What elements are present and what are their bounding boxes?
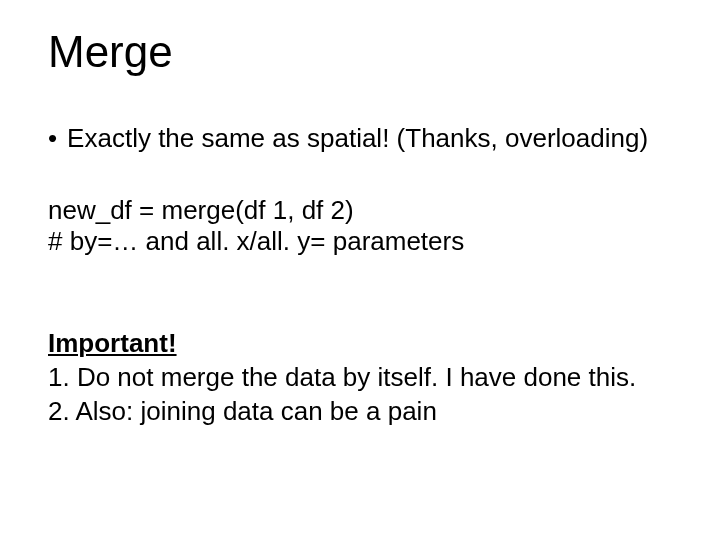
important-line-2: 2. Also: joining data can be a pain — [48, 395, 672, 429]
code-block: new_df = merge(df 1, df 2) # by=… and al… — [48, 195, 672, 257]
slide-title: Merge — [48, 28, 672, 76]
slide: Merge • Exactly the same as spatial! (Th… — [0, 0, 720, 540]
code-line-2: # by=… and all. x/all. y= parameters — [48, 226, 672, 257]
important-label: Important! — [48, 328, 177, 358]
important-block: Important! 1. Do not merge the data by i… — [48, 327, 672, 428]
bullet-dot-icon: • — [48, 122, 57, 155]
bullet-item: • Exactly the same as spatial! (Thanks, … — [48, 122, 672, 155]
important-line-1: 1. Do not merge the data by itself. I ha… — [48, 361, 672, 395]
bullet-text: Exactly the same as spatial! (Thanks, ov… — [67, 122, 648, 155]
code-line-1: new_df = merge(df 1, df 2) — [48, 195, 672, 226]
